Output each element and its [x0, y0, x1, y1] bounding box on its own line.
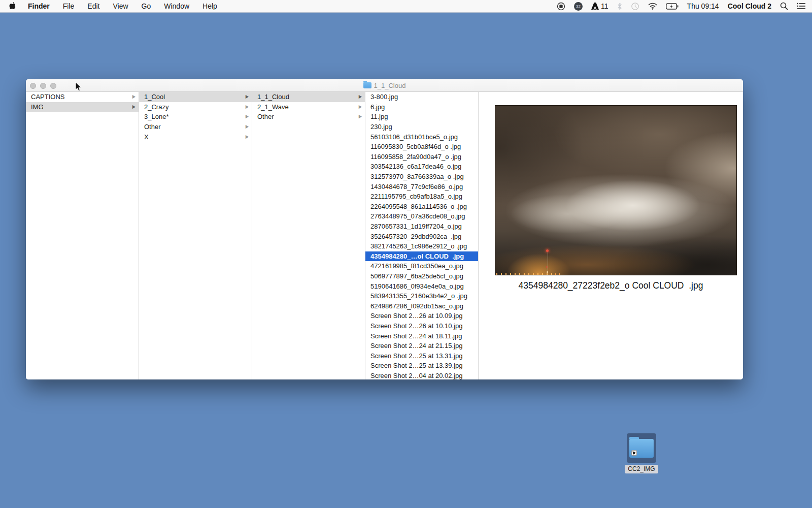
file-row[interactable]: Screen Shot 2…04 at 20.02.jpg	[365, 371, 478, 379]
chevron-right-icon: ▶	[246, 114, 249, 119]
column-item[interactable]: 2_Crazy ▶	[139, 102, 252, 112]
file-row[interactable]: Screen Shot 2…24 at 18.11.jpg	[365, 331, 478, 341]
file-row[interactable]: 3821745263_1c986e2912_o .jpg	[365, 241, 478, 251]
column-item[interactable]: 1_1_Cloud ▶	[252, 92, 365, 102]
user-menu[interactable]: Cool Cloud 2	[728, 2, 771, 10]
folder-icon	[363, 82, 371, 88]
file-row[interactable]: Screen Shot 2…26 at 10.10.jpg	[365, 321, 478, 331]
app-menu-finder[interactable]: Finder	[28, 2, 50, 10]
record-stop-icon[interactable]	[557, 2, 565, 11]
chevron-right-icon: ▶	[246, 104, 249, 109]
column-item[interactable]: IMG ▶	[26, 102, 139, 112]
file-row[interactable]: 2264095548_861a114536_o .jpg	[365, 202, 478, 212]
chevron-right-icon: ▶	[246, 124, 249, 129]
notification-center-icon[interactable]	[797, 3, 806, 10]
chevron-right-icon: ▶	[132, 94, 136, 100]
column-item[interactable]: Other ▶	[252, 112, 365, 122]
file-row[interactable]: 4354984280_…ol CLOUD .jpg	[365, 251, 478, 262]
minimize-button[interactable]	[40, 83, 46, 89]
window-title-group: 1_1_Cloud	[363, 82, 406, 89]
folder-icon	[629, 439, 654, 458]
chevron-right-icon: ▶	[359, 94, 362, 100]
wifi-icon[interactable]	[648, 3, 657, 10]
file-row[interactable]: 2763448975_07a36cde08_o.jpg	[365, 211, 478, 221]
selected-icon-plate[interactable]	[627, 433, 656, 463]
menu-item[interactable]: File	[63, 2, 75, 10]
alias-arrow-badge	[631, 450, 637, 456]
file-row[interactable]: 312573970_8a766339aa_o .jpg	[365, 172, 478, 182]
finder-window: 1_1_Cloud CAPTIONS ▶ IMG ▶ 1_Cool	[26, 79, 743, 379]
apple-logo-icon[interactable]	[9, 2, 17, 11]
preview-pane: 4354984280_27223f2eb2_o Cool CLOUD .jpg	[479, 92, 743, 379]
desktop-folder-cc2-img[interactable]: CC2_IMG	[624, 433, 659, 473]
file-row[interactable]: 230.jpg	[365, 122, 478, 132]
bluetooth-icon[interactable]	[617, 3, 622, 10]
adobe-icon	[591, 3, 599, 10]
window-titlebar[interactable]: 1_1_Cloud	[26, 79, 743, 92]
file-row[interactable]: 3-800.jpg	[365, 92, 478, 102]
file-row[interactable]: 116095858_2fa90d0a47_o .jpg	[365, 152, 478, 162]
file-row[interactable]: 11.jpg	[365, 112, 478, 122]
chevron-right-icon: ▶	[359, 104, 362, 109]
file-row[interactable]: Screen Shot 2…25 at 13.39.jpg	[365, 361, 478, 371]
menu-items: FileEditViewGoWindowHelp	[63, 2, 230, 10]
file-row[interactable]: 4721619985_f81cd350ea_o.jpg	[365, 261, 478, 271]
file-row[interactable]: 2870657331_1d19ff7204_o.jpg	[365, 221, 478, 232]
preview-image[interactable]	[495, 105, 737, 275]
column-view: CAPTIONS ▶ IMG ▶ 1_Cool ▶ 2_Crazy ▶	[26, 92, 743, 379]
menu-bar: Finder FileEditViewGoWindowHelp 32 11 Th…	[0, 0, 812, 13]
menu-item[interactable]: Help	[202, 2, 217, 10]
time-machine-icon[interactable]	[631, 2, 639, 11]
city-lights	[555, 273, 562, 275]
file-row[interactable]: 56103106_d31b01bce5_o.jpg	[365, 132, 478, 142]
circular-badge-icon[interactable]: 32	[574, 2, 583, 11]
menu-bar-left: Finder FileEditViewGoWindowHelp	[0, 2, 230, 11]
file-row[interactable]: Screen Shot 2…24 at 21.15.jpg	[365, 341, 478, 351]
file-row[interactable]: 3526457320_29dbd902ca_.jpg	[365, 231, 478, 241]
chevron-right-icon: ▶	[246, 94, 249, 100]
tower-light	[546, 249, 549, 252]
mouse-cursor	[75, 82, 82, 94]
menu-bar-status: 32 11 Thu 09:14 Cool Cloud 2	[557, 2, 812, 11]
file-row[interactable]: 2211195795_cb9afb18a5_o.jpg	[365, 192, 478, 202]
column-item[interactable]: 3_Lone* ▶	[139, 112, 252, 122]
chevron-right-icon: ▶	[132, 104, 136, 109]
zoom-button[interactable]	[50, 83, 56, 89]
menu-item[interactable]: View	[113, 2, 128, 10]
close-button[interactable]	[30, 83, 36, 89]
column-item[interactable]: Other ▶	[139, 122, 252, 132]
window-title: 1_1_Cloud	[374, 82, 406, 89]
chevron-right-icon: ▶	[359, 114, 362, 119]
clock[interactable]: Thu 09:14	[687, 2, 719, 10]
chevron-right-icon: ▶	[246, 134, 249, 139]
file-list-column[interactable]: 3-800.jpg 6.jpg 11.jpg 230.jpg 56103106_…	[365, 92, 479, 379]
menu-item[interactable]: Edit	[87, 2, 99, 10]
spotlight-search-icon[interactable]	[780, 2, 788, 10]
tower-light	[546, 266, 548, 268]
file-row[interactable]: 5069777897_6ba25de5cf_o.jpg	[365, 271, 478, 281]
column-item[interactable]: 2_1_Wave ▶	[252, 102, 365, 112]
column-item[interactable]: CAPTIONS ▶	[26, 92, 139, 102]
column-item[interactable]: X ▶	[139, 132, 252, 142]
file-row[interactable]: Screen Shot 2…26 at 10.09.jpg	[365, 311, 478, 321]
file-row[interactable]: Screen Shot 2…25 at 13.31.jpg	[365, 351, 478, 361]
column-root[interactable]: CAPTIONS ▶ IMG ▶	[26, 92, 139, 379]
column-level-3[interactable]: 1_1_Cloud ▶ 2_1_Wave ▶ Other ▶	[252, 92, 365, 379]
preview-filename: 4354984280_27223f2eb2_o Cool CLOUD .jpg	[479, 280, 743, 291]
column-item[interactable]: 1_Cool ▶	[139, 92, 252, 102]
file-row[interactable]: 5190641686_0f934e4e0a_o.jpg	[365, 281, 478, 291]
menu-item[interactable]: Window	[164, 2, 189, 10]
file-row[interactable]: 303542136_c6a17dea46_o.jpg	[365, 162, 478, 172]
file-row[interactable]: 6.jpg	[365, 102, 478, 112]
file-row[interactable]: 5839431355_2160e3b4e2_o .jpg	[365, 291, 478, 301]
file-row[interactable]: 1430484678_77c9cf6e86_o.jpg	[365, 181, 478, 192]
desktop-icon-label: CC2_IMG	[625, 465, 658, 473]
menu-item[interactable]: Go	[142, 2, 151, 10]
battery-icon[interactable]	[666, 3, 679, 10]
city-lights	[496, 273, 553, 275]
traffic-lights	[30, 79, 56, 92]
file-row[interactable]: 116095830_5cb0a8f46d_o .jpg	[365, 142, 478, 152]
column-level-2[interactable]: 1_Cool ▶ 2_Crazy ▶ 3_Lone* ▶ Other ▶	[139, 92, 252, 379]
file-row[interactable]: 6249867286_f092db15ac_o.jpg	[365, 301, 478, 311]
adobe-status-item[interactable]: 11	[591, 2, 608, 10]
